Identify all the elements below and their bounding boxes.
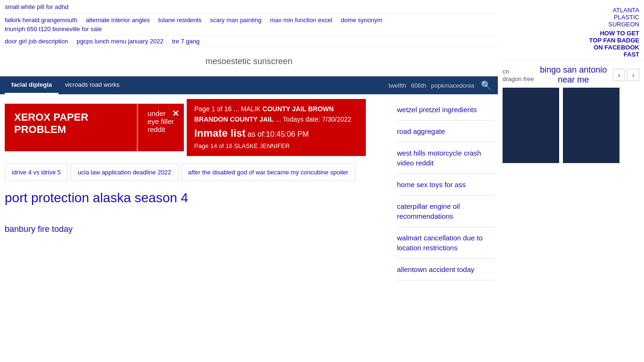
sidebar-link-caterpillar[interactable]: caterpillar engine oil recommendations [397,201,495,221]
blue-nav-right: twelfth 606th popkmacedonia 🔍 [388,78,493,92]
bingo-section: cn dragon free bingo san antonio near me… [498,60,644,168]
list-item-walmart: walmart cancellation due to location res… [397,227,495,259]
top-title-link[interactable]: small white pill for adhd [5,3,68,10]
right-column: ATLANTA PLASTIC SURGEON HOW TO GET TOP F… [498,0,644,285]
nav-link-tre7[interactable]: tre 7 gang [172,38,200,45]
sidebar-link-home-sex[interactable]: home sex toys for ass [397,180,495,189]
blue-nav-bar: facial diplegia vicroads road works twel… [0,76,498,94]
banbury-fire-link[interactable]: banbury fire today [5,224,389,234]
bingo-left: cn dragon free [503,67,534,82]
tab-ucla[interactable]: ucla law application deadline 2022 [71,164,178,181]
inmate-time: as of:10:45:06 PM [248,130,309,138]
alert-xerox-text: XEROX PAPER PROBLEM [14,111,88,135]
bingo-image-2[interactable] [563,88,619,163]
sidebar-link-road-aggregate[interactable]: road aggregate [397,126,495,136]
right-link-fast[interactable]: FAST [503,51,639,58]
list-item-caterpillar: caterpillar engine oil recommendations [397,196,495,227]
right-link-how-to-get[interactable]: HOW TO GET [503,30,639,37]
bingo-title-nav: bingo san antonio near me [534,65,613,85]
sidebar-link-list: wetzel pretzel ingredients road aggregat… [397,99,495,280]
tab-disabled-god[interactable]: after the disabled god of war became my … [181,164,355,181]
bingo-navigation: ‹ › [613,69,639,81]
list-item-road-aggregate: road aggregate [397,121,495,142]
nav-link-dome[interactable]: dome synonym [341,16,382,24]
meso-text: mesoestetic sunscreen [206,57,292,66]
port-protection-link[interactable]: port protection alaska season 4 [5,190,389,206]
nav-right-popkmacedonia[interactable]: popkmacedonia [431,82,474,89]
list-item-west-hills: west hills motorcycle crash video reddit [397,142,495,174]
nav-link-tulane[interactable]: tulane residents [158,16,202,24]
nav-item-vicroads[interactable]: vicroads road works [58,76,126,94]
meso-section: mesoestetic sunscreen [0,47,498,76]
sidebar-link-wetzel[interactable]: wetzel pretzel ingredients [397,105,495,115]
nav-row-1: falkirk herald grangemouth alternate int… [0,14,498,36]
alert-under-eye-text: under eye filler reddit [148,109,174,133]
right-link-on-facebook[interactable]: ON FACEBOOK [503,44,639,51]
close-icon[interactable]: ✕ [172,108,179,119]
inmate-list-label: Inmate list [194,127,246,139]
inmate-page14: Page 14 of 16 SLASKE JENNIFER [194,141,358,151]
bingo-images [503,88,639,163]
nav-link-interior-angles[interactable]: alternate interior angles [86,16,150,24]
nav-link-scary-man[interactable]: scary man painting [210,16,262,24]
sidebar-link-allentown[interactable]: allentown accident today [397,264,495,274]
inmate-list-header: Inmate list as of:10:45:06 PM [194,125,358,141]
nav-link-max-min[interactable]: max min function excel [270,16,332,24]
list-item-allentown: allentown accident today [397,259,495,280]
nav-link-triumph[interactable]: triumph 650 t120 bonneville for sale [5,25,102,33]
nav-link-door-girl[interactable]: door girl job description [5,38,68,45]
alert-banner: XEROX PAPER PROBLEM under eye filler red… [5,104,184,151]
nav-right-606th[interactable]: 606th [411,82,427,89]
bingo-header: cn dragon free bingo san antonio near me… [503,65,639,85]
bingo-subtitle1: cn [503,68,509,75]
alert-left-text[interactable]: XEROX PAPER PROBLEM [5,104,137,151]
bingo-image-1[interactable] [503,88,559,163]
sidebar-link-walmart[interactable]: walmart cancellation due to location res… [397,233,495,253]
nav-right-twelfth[interactable]: twelfth [388,82,406,89]
right-top-links: ATLANTA PLASTIC SURGEON HOW TO GET TOP F… [498,5,644,60]
bingo-title[interactable]: bingo san antonio near me [540,65,607,84]
sidebar-links: wetzel pretzel ingredients road aggregat… [394,94,498,285]
list-item-home-sex: home sex toys for ass [397,174,495,196]
bingo-next-button[interactable]: › [627,69,639,81]
tabs-row: idrive 4 vs idrive 5 ucla law applicatio… [5,164,389,181]
inmate-banner[interactable]: Page 1 of 16 ... MALIK COUNTY JAIL BROWN… [187,99,366,156]
main-content: XEROX PAPER PROBLEM under eye filler red… [0,94,498,285]
bingo-subtitle2: dragon free [503,75,534,82]
search-icon[interactable]: 🔍 [479,78,493,92]
right-link-atlanta[interactable]: ATLANTA [503,7,639,14]
nav-link-pgcps[interactable]: pgcps lunch menu january 2022 [76,38,163,45]
right-link-surgeon[interactable]: SURGEON [503,21,639,28]
nav-link-falkirk[interactable]: falkirk herald grangemouth [5,16,77,24]
inmate-page-info: Page 1 of 16 ... MALIK COUNTY JAIL BROWN… [194,104,358,125]
nav-row-2: door girl job description pgcps lunch me… [0,36,498,47]
bingo-prev-button[interactable]: ‹ [613,69,625,81]
tab-idrive[interactable]: idrive 4 vs idrive 5 [5,164,68,181]
right-link-top-fan-badge[interactable]: TOP FAN BADGE [503,37,639,44]
sidebar-link-west-hills[interactable]: west hills motorcycle crash video reddit [397,148,495,168]
list-item-wetzel: wetzel pretzel ingredients [397,99,495,121]
right-link-plastic[interactable]: PLASTIC [503,14,639,21]
nav-item-facial-diplegia[interactable]: facial diplegia [5,76,58,94]
